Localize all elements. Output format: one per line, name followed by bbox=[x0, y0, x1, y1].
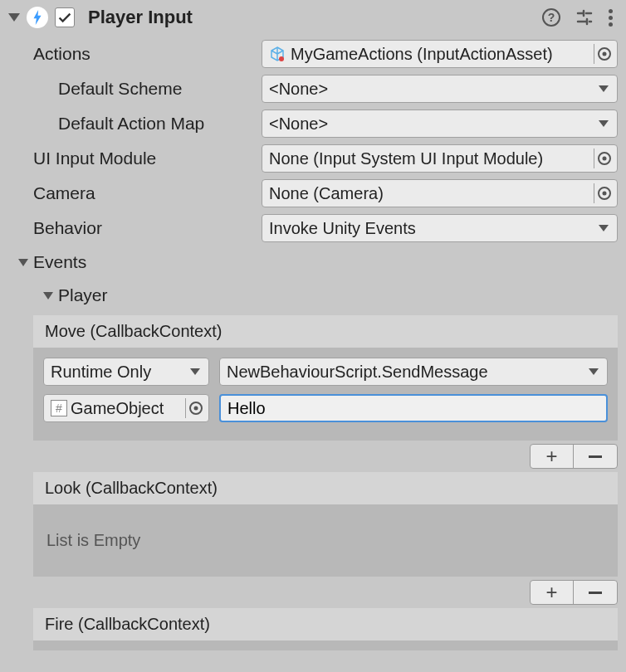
chevron-down-icon bbox=[599, 225, 609, 231]
add-listener-button[interactable]: + bbox=[531, 445, 574, 468]
move-event-block: Move (CallbackContext) Runtime Only NewB… bbox=[33, 315, 618, 441]
camera-field[interactable]: None (Camera) bbox=[262, 179, 618, 207]
fire-event-header: Fire (CallbackContext) bbox=[33, 608, 618, 640]
camera-value: None (Camera) bbox=[269, 184, 384, 203]
look-empty-text: List is Empty bbox=[43, 514, 608, 567]
move-event-header: Move (CallbackContext) bbox=[33, 315, 618, 348]
component-title: Player Input bbox=[88, 7, 193, 28]
events-label: Events bbox=[33, 252, 86, 272]
chevron-down-icon bbox=[599, 120, 609, 127]
svg-point-0 bbox=[279, 56, 284, 61]
default-scheme-dropdown[interactable]: <None> bbox=[262, 75, 618, 103]
default-action-map-label: Default Action Map bbox=[58, 114, 262, 134]
actions-value: MyGameActions (InputActionAsset) bbox=[291, 45, 553, 64]
preset-icon[interactable] bbox=[575, 8, 594, 27]
look-event-block: Look (CallbackContext) List is Empty bbox=[33, 472, 618, 577]
call-state-value: Runtime Only bbox=[51, 363, 151, 382]
look-event-header: Look (CallbackContext) bbox=[33, 472, 618, 504]
script-icon bbox=[27, 7, 48, 28]
fire-event-block: Fire (CallbackContext) bbox=[33, 608, 618, 650]
behavior-label: Behavior bbox=[33, 218, 262, 238]
ui-input-module-picker[interactable] bbox=[594, 149, 614, 168]
help-icon[interactable]: ? bbox=[542, 8, 560, 27]
remove-listener-button[interactable] bbox=[574, 581, 617, 604]
look-buttons: + bbox=[530, 580, 618, 605]
chevron-down-icon bbox=[599, 85, 609, 92]
default-action-map-dropdown[interactable]: <None> bbox=[262, 110, 618, 138]
asset-icon bbox=[269, 46, 286, 62]
move-buttons: + bbox=[530, 444, 618, 469]
remove-listener-button[interactable] bbox=[574, 445, 617, 468]
chevron-down-icon bbox=[190, 368, 200, 375]
target-object-value: GameObject bbox=[71, 399, 164, 418]
actions-picker[interactable] bbox=[594, 44, 614, 64]
behavior-value: Invoke Unity Events bbox=[269, 219, 416, 238]
context-menu-icon[interactable] bbox=[609, 9, 613, 27]
target-object-picker[interactable] bbox=[185, 398, 205, 418]
camera-label: Camera bbox=[33, 183, 262, 203]
default-scheme-label: Default Scheme bbox=[58, 79, 262, 99]
enabled-checkbox[interactable] bbox=[55, 7, 75, 27]
camera-picker[interactable] bbox=[594, 183, 614, 203]
component-foldout[interactable] bbox=[8, 13, 20, 22]
player-foldout[interactable] bbox=[43, 292, 53, 299]
player-label: Player bbox=[58, 285, 108, 305]
ui-input-module-value: None (Input System UI Input Module) bbox=[269, 149, 543, 168]
target-object-field[interactable]: # GameObject bbox=[43, 394, 209, 422]
default-action-map-value: <None> bbox=[269, 114, 328, 134]
call-state-dropdown[interactable]: Runtime Only bbox=[43, 358, 209, 386]
actions-label: Actions bbox=[33, 44, 262, 64]
behavior-dropdown[interactable]: Invoke Unity Events bbox=[262, 214, 618, 242]
ui-input-module-label: UI Input Module bbox=[33, 149, 262, 168]
ui-input-module-field[interactable]: None (Input System UI Input Module) bbox=[262, 144, 618, 173]
add-listener-button[interactable]: + bbox=[531, 581, 574, 604]
method-dropdown[interactable]: NewBehaviourScript.SendMessage bbox=[219, 358, 608, 386]
csharp-icon: # bbox=[51, 400, 67, 416]
method-value: NewBehaviourScript.SendMessage bbox=[227, 363, 488, 382]
actions-field[interactable]: MyGameActions (InputActionAsset) bbox=[262, 40, 618, 68]
events-foldout[interactable] bbox=[18, 259, 28, 266]
default-scheme-value: <None> bbox=[269, 80, 328, 99]
chevron-down-icon bbox=[589, 368, 599, 375]
argument-input[interactable] bbox=[219, 394, 608, 422]
